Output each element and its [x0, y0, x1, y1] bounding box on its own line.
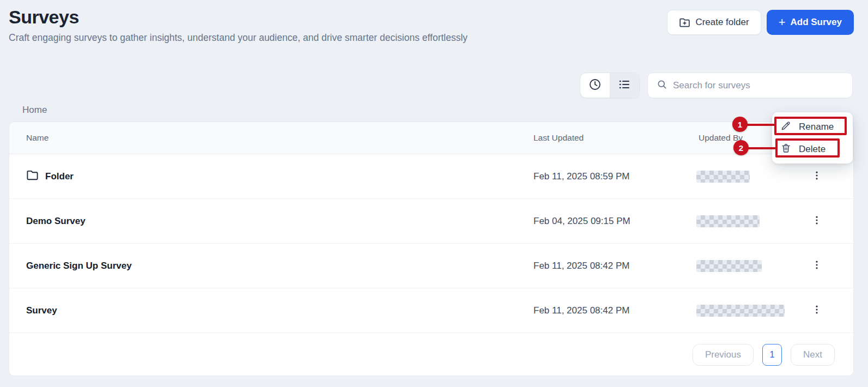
create-folder-button[interactable]: Create folder: [667, 10, 761, 35]
table-header-row: Name Last Updated Updated By: [9, 122, 853, 154]
header-actions: Create folder + Add Survey: [667, 10, 854, 35]
list-view-toggle[interactable]: [610, 73, 640, 98]
updated-by-redacted: [696, 171, 750, 183]
pagination: Previous 1 Next: [9, 333, 853, 376]
breadcrumb-home[interactable]: Home: [22, 105, 47, 116]
surveys-table: Name Last Updated Updated By Folder Feb …: [9, 122, 854, 376]
folder-plus-icon: [679, 17, 690, 28]
kebab-icon: [811, 304, 822, 317]
row-name-cell: Survey: [26, 305, 533, 316]
row-context-menu: Rename Delete: [772, 112, 853, 164]
page-subtitle: Craft engaging surveys to gather insight…: [9, 32, 468, 44]
updated-by-redacted: [696, 305, 785, 317]
row-name-cell: Generic Sign Up Survey: [26, 261, 533, 271]
next-page-button[interactable]: Next: [791, 344, 835, 366]
add-survey-label: Add Survey: [791, 17, 842, 28]
recent-view-toggle[interactable]: [580, 73, 610, 98]
table-row-generic-sign-up-survey[interactable]: Generic Sign Up Survey Feb 11, 2025 08:4…: [9, 244, 853, 288]
page-title: Surveys: [9, 7, 468, 28]
list-icon: [618, 78, 631, 93]
kebab-icon: [811, 170, 822, 183]
row-actions-menu-button[interactable]: [807, 167, 827, 186]
list-toolbar: [580, 72, 853, 98]
row-name-cell: Folder: [26, 169, 533, 184]
table-row-folder[interactable]: Folder Feb 11, 2025 08:59 PM: [9, 154, 853, 199]
row-actions-menu-button[interactable]: [807, 301, 827, 321]
page-header: Surveys Craft engaging surveys to gather…: [9, 7, 468, 44]
menu-item-label: Delete: [799, 144, 825, 155]
row-last-updated: Feb 04, 2025 09:15 PM: [533, 216, 699, 227]
menu-item-rename[interactable]: Rename: [772, 116, 853, 138]
search-input[interactable]: [673, 80, 843, 91]
updated-by-redacted: [696, 215, 760, 227]
row-last-updated: Feb 11, 2025 08:42 PM: [533, 261, 699, 271]
plus-icon: +: [779, 16, 786, 28]
kebab-icon: [811, 215, 822, 227]
pencil-icon: [781, 120, 791, 134]
kebab-icon: [811, 259, 822, 272]
row-actions-menu-button[interactable]: [807, 211, 827, 231]
row-name-cell: Demo Survey: [26, 216, 533, 227]
view-toggle-group: [580, 72, 640, 98]
clock-icon: [588, 78, 602, 93]
row-name: Survey: [26, 305, 57, 316]
column-header-last-updated: Last Updated: [533, 133, 699, 143]
row-last-updated: Feb 11, 2025 08:42 PM: [533, 305, 699, 316]
row-name: Demo Survey: [26, 216, 86, 227]
search-container: [647, 72, 853, 98]
row-actions-menu-button[interactable]: [807, 256, 827, 276]
menu-item-label: Rename: [799, 122, 834, 132]
table-row-demo-survey[interactable]: Demo Survey Feb 04, 2025 09:15 PM: [9, 199, 853, 244]
page-number-button[interactable]: 1: [762, 344, 782, 366]
table-row-survey[interactable]: Survey Feb 11, 2025 08:42 PM: [9, 288, 853, 333]
trash-icon: [781, 143, 791, 156]
folder-icon: [26, 169, 39, 184]
column-header-name: Name: [26, 133, 533, 143]
row-name: Generic Sign Up Survey: [26, 261, 132, 271]
create-folder-label: Create folder: [695, 17, 749, 28]
row-name: Folder: [45, 171, 74, 182]
search-icon: [657, 79, 667, 92]
menu-item-delete[interactable]: Delete: [772, 138, 853, 160]
row-last-updated: Feb 11, 2025 08:59 PM: [533, 171, 699, 182]
updated-by-redacted: [696, 260, 762, 272]
add-survey-button[interactable]: + Add Survey: [767, 10, 854, 35]
previous-page-button[interactable]: Previous: [693, 344, 754, 366]
